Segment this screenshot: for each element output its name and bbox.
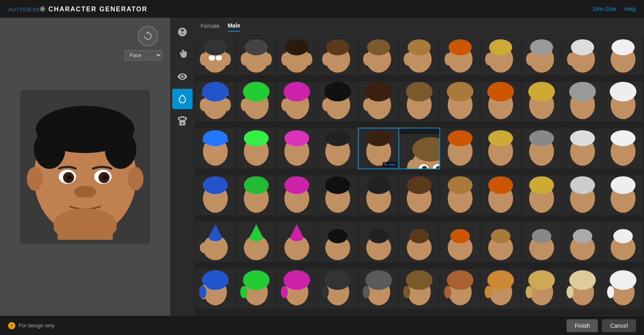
hair-cell-r3c3[interactable] xyxy=(277,128,317,169)
nav-rotate-button[interactable] xyxy=(138,26,158,46)
hair-cell-r4c7[interactable] xyxy=(440,175,480,216)
svg-point-120 xyxy=(325,176,350,194)
app-title: ® CHARACTER GENERATOR xyxy=(40,6,148,13)
svg-point-4 xyxy=(34,129,66,169)
hair-cell-r5c10[interactable] xyxy=(563,222,603,262)
svg-point-64 xyxy=(281,98,289,111)
hair-cell-r1c7[interactable] xyxy=(440,35,480,75)
hair-cell-r6c7[interactable] xyxy=(440,269,480,309)
hair-cell-r5c5[interactable] xyxy=(359,222,399,262)
help-link[interactable]: Help xyxy=(624,6,636,12)
hair-cell-r6c2[interactable] xyxy=(236,269,276,309)
hair-cell-r5c8[interactable] xyxy=(481,222,521,262)
hair-cell-r6c9[interactable] xyxy=(522,269,562,309)
hair-cell-r1c2[interactable] xyxy=(236,35,276,75)
hair-cell-r5c3[interactable] xyxy=(277,222,317,262)
hair-cell-r3c11[interactable] xyxy=(603,128,643,169)
topbar: AUTODESK® CHARACTER GENERATOR John Doe H… xyxy=(0,0,644,18)
tab-male[interactable]: Male xyxy=(228,20,240,32)
hair-cell-r5c11[interactable] xyxy=(603,222,643,262)
svg-point-110 xyxy=(570,130,595,146)
user-name[interactable]: John Doe xyxy=(592,6,616,12)
hair-cell-r2c3[interactable] xyxy=(277,82,317,122)
hair-cell-r3c7[interactable] xyxy=(440,128,480,169)
svg-point-90 xyxy=(325,130,350,146)
hair-cell-r6c3[interactable] xyxy=(277,269,317,309)
hair-cell-r1c6[interactable] xyxy=(399,35,439,75)
hair-cell-r2c4[interactable] xyxy=(318,82,358,122)
hair-cell-r5c7[interactable] xyxy=(440,222,480,262)
hair-cell-r3c6[interactable]: Zoom xyxy=(399,128,439,169)
hair-cell-r6c8[interactable] xyxy=(481,269,521,309)
hair-cell-r1c10[interactable] xyxy=(563,35,603,75)
hair-cell-r4c4[interactable] xyxy=(318,175,358,216)
hair-cell-r1c8[interactable] xyxy=(481,35,521,75)
hair-cell-r5c1[interactable] xyxy=(195,222,235,262)
svg-point-194 xyxy=(607,286,614,298)
hair-cell-r3c1[interactable] xyxy=(195,128,235,169)
hair-cell-r1c4[interactable] xyxy=(318,35,358,75)
hair-cell-r4c5[interactable] xyxy=(359,175,399,216)
hair-cell-r2c10[interactable] xyxy=(563,82,603,122)
sidebar-item-clothes[interactable] xyxy=(172,111,193,131)
hair-cell-r2c9[interactable] xyxy=(522,82,562,122)
hair-cell-r4c9[interactable] xyxy=(522,175,562,216)
svg-point-164 xyxy=(199,286,207,298)
hair-cell-r6c6[interactable] xyxy=(399,269,439,309)
svg-point-150 xyxy=(409,229,429,243)
hair-cell-r4c11[interactable] xyxy=(603,175,643,216)
svg-point-31 xyxy=(304,53,312,66)
rotate-icon xyxy=(142,30,154,42)
hair-cell-r3c4[interactable] xyxy=(318,128,358,169)
hair-cell-r1c9[interactable] xyxy=(522,35,562,75)
hair-cell-r2c2[interactable] xyxy=(236,82,276,122)
sidebar-item-eye[interactable] xyxy=(172,66,193,87)
cancel-button[interactable]: Cancel xyxy=(602,319,636,332)
hair-cell-r3c2[interactable] xyxy=(236,128,276,169)
hair-cell-r1c11[interactable] xyxy=(603,35,643,75)
hair-cell-r3c5[interactable]: In Use xyxy=(359,128,399,169)
hair-cell-r2c6[interactable] xyxy=(399,82,439,122)
hair-cell-r4c6[interactable] xyxy=(399,175,439,216)
svg-point-156 xyxy=(532,229,551,243)
hair-cell-r6c5[interactable] xyxy=(359,269,399,309)
svg-point-182 xyxy=(444,286,451,298)
hair-cell-r2c11[interactable] xyxy=(603,82,643,122)
hair-cell-r6c1[interactable] xyxy=(195,269,235,309)
sidebar-item-hands[interactable] xyxy=(172,44,193,64)
hair-cell-r4c8[interactable] xyxy=(481,175,521,216)
hair-cell-r3c10[interactable] xyxy=(563,128,603,169)
sidebar-item-face[interactable] xyxy=(172,22,193,42)
hair-cell-r2c1[interactable] xyxy=(195,82,235,122)
hair-cell-r5c4[interactable] xyxy=(318,222,358,262)
hair-cell-r4c1[interactable] xyxy=(195,175,235,216)
hair-cell-r3c8[interactable] xyxy=(481,128,521,169)
svg-point-116 xyxy=(244,176,268,194)
hair-cell-r1c5[interactable] xyxy=(359,35,399,75)
hair-cell-r4c2[interactable] xyxy=(236,175,276,216)
svg-point-184 xyxy=(488,270,514,290)
hair-cell-r1c3[interactable] xyxy=(277,35,317,75)
hair-cell-r6c4[interactable] xyxy=(318,269,358,309)
svg-point-172 xyxy=(324,270,351,290)
hair-cell-r5c2[interactable] xyxy=(236,222,276,262)
hair-cell-r6c10[interactable] xyxy=(563,269,603,309)
sidebar-item-hair[interactable] xyxy=(172,89,193,109)
hair-cell-r4c10[interactable] xyxy=(563,175,603,216)
hair-cell-r2c7[interactable] xyxy=(440,82,480,122)
hair-cell-r1c1[interactable] xyxy=(195,35,235,75)
hair-cell-r2c8[interactable] xyxy=(481,82,521,122)
hair-cell-r4c3[interactable] xyxy=(277,175,317,216)
svg-point-58 xyxy=(223,98,231,111)
svg-point-146 xyxy=(328,229,347,243)
hair-cell-r2c5[interactable] xyxy=(359,82,399,122)
hair-cell-r5c9[interactable] xyxy=(522,222,562,262)
svg-point-160 xyxy=(614,229,633,243)
zoom-face-svg xyxy=(399,134,439,169)
face-dropdown-select[interactable]: Face Head Full Body xyxy=(124,50,162,60)
hair-cell-r5c6[interactable] xyxy=(399,222,439,262)
hair-cell-r6c11[interactable] xyxy=(603,269,643,309)
hair-cell-r3c9[interactable] xyxy=(522,128,562,169)
finish-button[interactable]: Finish xyxy=(567,319,598,332)
tab-female[interactable]: Female xyxy=(201,21,220,31)
